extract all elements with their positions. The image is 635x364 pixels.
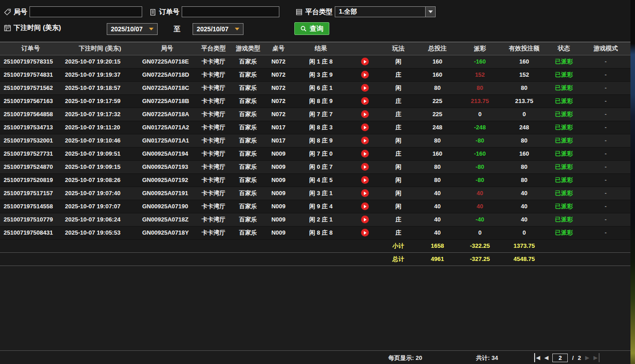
cell-bet: 225 <box>417 94 458 108</box>
play-video-button[interactable] <box>361 97 369 105</box>
table-row: 2510071975715622025-10-07 19:18:57GN0722… <box>0 81 630 94</box>
cell-round: GN07225A0718A <box>139 108 195 121</box>
play-video-button[interactable] <box>361 229 369 236</box>
cell-platform: 卡卡湾厅 <box>195 81 232 94</box>
play-video-button[interactable] <box>361 176 369 184</box>
cell-mode: - <box>581 226 630 239</box>
play-video-button[interactable] <box>361 71 369 79</box>
play-video-button[interactable] <box>361 202 369 210</box>
play-video-button[interactable] <box>361 216 369 223</box>
cell-game: 百家乐 <box>232 121 264 134</box>
cell-table_no: N009 <box>264 226 293 239</box>
order-number-input[interactable] <box>182 6 279 17</box>
last-page-button[interactable]: ▶ <box>594 353 600 362</box>
cell-game: 百家乐 <box>232 147 264 160</box>
page-number-input[interactable]: 2 <box>552 354 568 362</box>
subtotal-row-valid-bet: 1373.75 <box>501 239 547 252</box>
cell-valid: 40 <box>501 187 547 200</box>
cell-time: 2025-10-07 19:11:20 <box>61 121 139 134</box>
date-to-select[interactable]: 2025/10/07 <box>193 23 243 35</box>
column-header: 派彩 <box>458 42 501 55</box>
grand-total-row-valid-bet: 4548.75 <box>501 252 547 266</box>
cell-payout: 152 <box>458 68 501 81</box>
cell-order: 251007197534713 <box>0 121 61 134</box>
round-number-filter: 局号 <box>4 6 142 17</box>
play-video-button[interactable] <box>361 150 369 157</box>
cell-result: 闲 3 庄 9 <box>293 68 349 81</box>
cell-status: 已派彩 <box>547 68 581 81</box>
result-video-cell <box>349 94 380 108</box>
cell-order: 251007197514558 <box>0 200 61 213</box>
cell-valid: 160 <box>501 147 547 160</box>
cell-payout: 213.75 <box>458 94 501 108</box>
cell-order: 251007197510779 <box>0 213 61 226</box>
cell-bet: 225 <box>417 108 458 121</box>
cell-mode: - <box>581 187 630 200</box>
table-row: 2510071975347132025-10-07 19:11:20GN0172… <box>0 121 630 134</box>
play-video-button[interactable] <box>361 58 369 65</box>
cell-bet: 248 <box>417 121 458 134</box>
play-video-button[interactable] <box>361 123 369 131</box>
table-header-row: 订单号下注时间 (美东)局号平台类型游戏类型桌号结果玩法总投注派彩有效投注额状态… <box>0 42 630 55</box>
cell-mode: - <box>581 55 630 68</box>
search-button[interactable]: 查询 <box>294 22 329 35</box>
cell-result: 闲 4 庄 5 <box>293 173 349 187</box>
cell-bet: 80 <box>417 160 458 173</box>
subtotal-row-label: 小计 <box>380 239 417 252</box>
background-app-edge <box>630 0 635 364</box>
cell-result: 闲 3 庄 1 <box>293 187 349 200</box>
cell-result: 闲 8 庄 8 <box>293 226 349 239</box>
table-row: 2510071975107792025-10-07 19:06:24GN0092… <box>0 213 630 226</box>
cell-play: 庄 <box>380 147 417 160</box>
cell-time: 2025-10-07 19:09:51 <box>61 147 139 160</box>
cell-payout: -248 <box>458 121 501 134</box>
cell-valid: 0 <box>501 226 547 239</box>
first-page-button[interactable]: ◀ <box>534 353 540 362</box>
play-video-button[interactable] <box>361 84 369 92</box>
cell-table_no: N072 <box>264 94 293 108</box>
next-page-button[interactable]: ▶ <box>585 353 589 362</box>
cell-status: 已派彩 <box>547 121 581 134</box>
column-header: 游戏类型 <box>232 42 264 55</box>
cell-time: 2025-10-07 19:10:46 <box>61 134 139 147</box>
cell-mode: - <box>581 147 630 160</box>
cell-payout: 0 <box>458 226 501 239</box>
cell-round: GN00925A07190 <box>139 200 195 213</box>
cell-game: 百家乐 <box>232 81 264 94</box>
cell-mode: - <box>581 81 630 94</box>
round-number-input[interactable] <box>30 6 142 17</box>
cell-round: GN07225A0718C <box>139 81 195 94</box>
subtotal-row-payout: -322.25 <box>458 239 501 252</box>
subtotal-row-spacer <box>0 239 380 252</box>
cell-platform: 卡卡湾厅 <box>195 108 232 121</box>
cell-order: 251007197567163 <box>0 94 61 108</box>
cell-table_no: N017 <box>264 134 293 147</box>
results-table: 订单号下注时间 (美东)局号平台类型游戏类型桌号结果玩法总投注派彩有效投注额状态… <box>0 42 630 266</box>
cell-round: GN00925A07191 <box>139 187 195 200</box>
cell-platform: 卡卡湾厅 <box>195 160 232 173</box>
cell-valid: 80 <box>501 134 547 147</box>
play-video-button[interactable] <box>361 189 369 197</box>
table-row: 2510071975084312025-10-07 19:05:53GN0092… <box>0 226 630 239</box>
cell-status: 已派彩 <box>547 147 581 160</box>
prev-page-button[interactable]: ◀ <box>544 353 548 362</box>
play-video-button[interactable] <box>361 163 369 171</box>
cell-payout: -80 <box>458 173 501 187</box>
cell-round: GN01725A071A1 <box>139 134 195 147</box>
cell-payout: -80 <box>458 160 501 173</box>
column-header: 状态 <box>547 42 581 55</box>
table-row: 2510071975171572025-10-07 19:07:40GN0092… <box>0 187 630 200</box>
chevron-down-icon <box>425 7 435 17</box>
date-from-select[interactable]: 2025/10/07 <box>107 23 158 35</box>
total-pages-label: 2 <box>578 354 581 361</box>
platform-type-select[interactable]: 1.全部 <box>335 6 436 17</box>
table-row: 2510071975145582025-10-07 19:07:07GN0092… <box>0 200 630 213</box>
cell-payout: -80 <box>458 134 501 147</box>
round-number-label: 局号 <box>14 8 27 16</box>
cell-payout: -160 <box>458 55 501 68</box>
play-video-button[interactable] <box>361 137 369 144</box>
cell-result: 闲 8 庄 3 <box>293 121 349 134</box>
cell-result: 闲 8 庄 9 <box>293 94 349 108</box>
platform-type-value: 1.全部 <box>339 8 357 16</box>
play-video-button[interactable] <box>361 110 369 118</box>
